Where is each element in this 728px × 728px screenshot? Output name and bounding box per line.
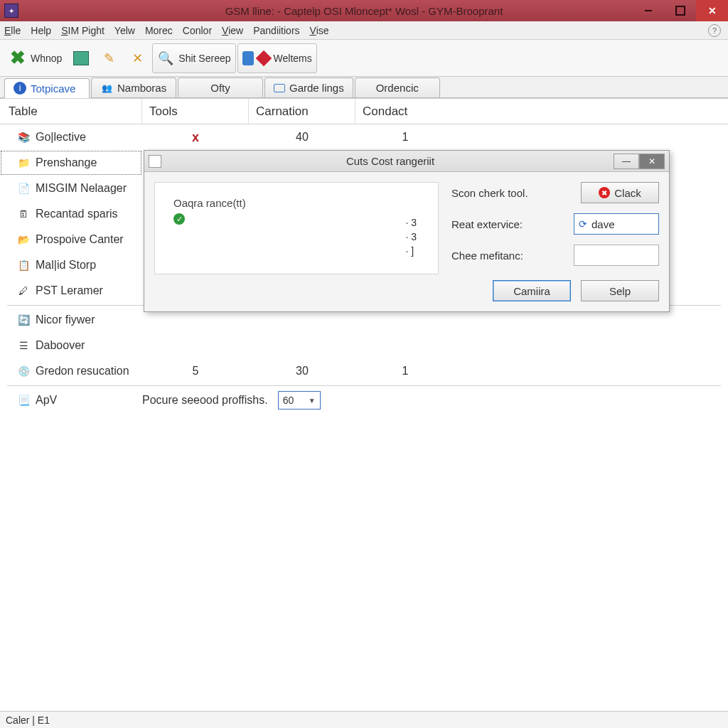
- tool-pen[interactable]: ✎: [95, 43, 122, 73]
- check-icon: ✓: [173, 213, 185, 225]
- sync-icon: ⟳: [579, 218, 587, 230]
- camira-button[interactable]: Camiira: [493, 280, 571, 301]
- title-bar: ✦ GSM lline: - Captelp OSI Mloncept* Wos…: [0, 0, 728, 21]
- disc-icon: 💿: [16, 363, 31, 379]
- app-icon: ✦: [4, 4, 18, 18]
- menu-yelw[interactable]: Yelw: [114, 25, 135, 36]
- chee-input[interactable]: [574, 245, 659, 266]
- picture-icon: [73, 51, 89, 65]
- header-table[interactable]: Table: [0, 99, 142, 124]
- clack-button[interactable]: ✖ Clack: [581, 182, 659, 203]
- menu-sim[interactable]: SIM Pight: [61, 25, 105, 36]
- table-row[interactable]: 💿Gredon resucation 5 30 1: [0, 358, 728, 384]
- table-row[interactable]: ☰Daboover: [0, 333, 728, 358]
- dialog-right-panel: Scon cherk tool. ✖ Clack Reat extervice:…: [451, 182, 659, 301]
- reat-label: Reat extervice:: [451, 218, 523, 230]
- menu-pand[interactable]: Pandiitiors: [253, 25, 299, 36]
- stack-icon: 📚: [16, 129, 31, 145]
- sheet-icon: 📃: [16, 392, 31, 408]
- dialog-cuts-cost: Cuts Cost rangeriit — ✕ Oaqra rance(tt) …: [144, 150, 670, 312]
- menu-view[interactable]: View: [222, 25, 243, 36]
- extra-label: Pocure seeood proffishs.: [142, 394, 268, 407]
- alert-icon: ✖: [599, 187, 610, 198]
- wrench-icon: ✕: [129, 50, 146, 67]
- chevron-down-icon: ▼: [309, 397, 316, 405]
- dialog-icon: [149, 155, 161, 168]
- dialog-left-heading: Oaqra rance(tt): [173, 197, 419, 209]
- doc-icon: 📄: [16, 181, 31, 196]
- people-icon: 👥: [100, 82, 113, 95]
- table-row[interactable]: 📃ApV Pocure seeood proffishs. 60 ▼: [0, 387, 728, 413]
- note-icon: 📋: [16, 257, 31, 273]
- maximize-button[interactable]: [664, 0, 696, 21]
- menu-vise[interactable]: Vise: [310, 25, 329, 36]
- status-bar: Caler | E1: [0, 711, 728, 728]
- folder-open-icon: 📂: [16, 232, 31, 247]
- window-title: GSM lline: - Captelp OSI Mloncept* Wosl …: [225, 5, 503, 17]
- separator: [7, 385, 721, 386]
- refresh-icon: 🔄: [16, 312, 31, 328]
- tool-pic[interactable]: [68, 43, 94, 73]
- table-header: Table Tools Carnation Condact: [0, 99, 728, 124]
- window-controls: [632, 0, 728, 21]
- menu-conlor[interactable]: Conlor: [183, 25, 212, 36]
- folder-icon: 📁: [16, 155, 31, 171]
- grid-icon: 🗓: [16, 206, 31, 222]
- diamond-icon: [255, 50, 272, 66]
- table-row[interactable]: 📚Go|lective x 40 1: [0, 124, 728, 150]
- menu-bar: Elle Help SIM Pight Yelw Morec Conlor Vi…: [0, 21, 728, 40]
- x-icon: x: [192, 130, 199, 145]
- header-carnation[interactable]: Carnation: [249, 99, 355, 124]
- tool-weltems[interactable]: Weltems: [237, 43, 317, 73]
- close-button[interactable]: [696, 0, 728, 21]
- tool-wrench[interactable]: ✕: [124, 43, 151, 73]
- help-icon[interactable]: ?: [708, 24, 721, 37]
- menu-elle[interactable]: Elle: [4, 25, 21, 36]
- tab-bar: i Totpicave 👥 Namboras Ofty Garde lings …: [0, 77, 728, 98]
- main-area: Table Tools Carnation Condact 📚Go|lectiv…: [0, 98, 728, 711]
- tab-ofty[interactable]: Ofty: [178, 77, 263, 97]
- tab-garde[interactable]: Garde lings: [264, 77, 353, 97]
- header-tools[interactable]: Tools: [142, 99, 249, 124]
- minimize-button[interactable]: [632, 0, 664, 21]
- tool-shit-screep[interactable]: 🔍 Shit Sereep: [152, 43, 235, 73]
- extra-dropdown[interactable]: 60 ▼: [278, 391, 321, 410]
- tab-totpicave[interactable]: i Totpicave: [4, 78, 90, 98]
- card-icon: [274, 84, 285, 92]
- dialog-close-button[interactable]: ✕: [639, 154, 665, 169]
- wand-icon: 🖊: [16, 283, 31, 299]
- menu-morec[interactable]: Morec: [145, 25, 173, 36]
- chee-label: Chee mefitanc:: [451, 250, 523, 262]
- menu-help[interactable]: Help: [31, 25, 51, 36]
- cylinder-icon: [242, 51, 254, 65]
- dialog-left-values: · 3 · 3 · ]: [405, 215, 417, 258]
- reat-input[interactable]: ⟳ dave: [574, 213, 659, 235]
- toolbar: ✖ Whnop ✎ ✕ 🔍 Shit Sereep Weltems: [0, 40, 728, 77]
- info-icon: i: [14, 82, 26, 95]
- pen-icon: ✎: [100, 50, 117, 67]
- status-text: Caler | E1: [6, 714, 50, 726]
- scon-label: Scon cherk tool.: [451, 187, 528, 199]
- dialog-title: Cuts Cost rangeriit: [167, 155, 614, 167]
- header-condact[interactable]: Condact: [355, 99, 455, 124]
- dialog-titlebar[interactable]: Cuts Cost rangeriit — ✕: [144, 151, 669, 172]
- selp-button[interactable]: Selp: [581, 280, 659, 301]
- dialog-minimize-button[interactable]: —: [614, 154, 639, 169]
- x-green-icon: ✖: [9, 50, 26, 67]
- dialog-body: Oaqra rance(tt) ✓ · 3 · 3 · ] Scon cherk…: [144, 172, 669, 311]
- magnifier-icon: 🔍: [157, 50, 174, 67]
- tab-ordencic[interactable]: Ordencic: [355, 77, 440, 97]
- dialog-left-panel: Oaqra rance(tt) ✓ · 3 · 3 · ]: [154, 182, 439, 274]
- tab-namboras[interactable]: 👥 Namboras: [91, 77, 176, 97]
- tool-whnop[interactable]: ✖ Whnop: [4, 43, 67, 73]
- drive-icon: ☰: [16, 338, 31, 353]
